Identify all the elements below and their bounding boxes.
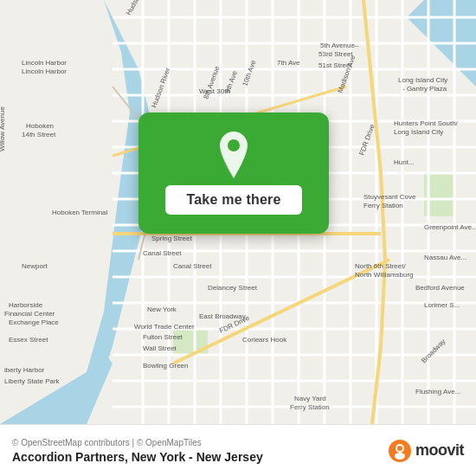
svg-text:iberty Harbor: iberty Harbor: [4, 366, 45, 374]
svg-text:Stuyvesant Cove: Stuyvesant Cove: [363, 193, 416, 201]
svg-text:Navy Yard: Navy Yard: [294, 395, 326, 402]
svg-text:Fulton Street: Fulton Street: [143, 333, 183, 341]
svg-text:North Williamsburg: North Williamsburg: [355, 271, 414, 279]
svg-text:Corlears Hook: Corlears Hook: [242, 336, 287, 344]
svg-text:Canal Street: Canal Street: [143, 249, 182, 257]
svg-text:- Gantry Plaza: - Gantry Plaza: [402, 85, 447, 93]
svg-text:Delancey Street: Delancey Street: [208, 284, 258, 292]
svg-point-99: [397, 446, 402, 451]
footer: © OpenStreetMap contributors | © OpenMap…: [0, 424, 476, 476]
svg-text:Willow Avenue: Willow Avenue: [0, 106, 6, 151]
moovit-logo: moovit: [388, 439, 464, 463]
location-pin-icon: [215, 132, 253, 178]
take-me-there-button[interactable]: Take me there: [165, 185, 301, 215]
svg-text:Wall Street: Wall Street: [143, 344, 177, 352]
svg-text:Essex Street: Essex Street: [9, 336, 48, 344]
footer-left: © OpenStreetMap contributors | © OpenMap…: [12, 438, 263, 464]
copyright-text: © OpenStreetMap contributors | © OpenMap…: [12, 438, 263, 447]
location-title: Accordion Partners, New York - New Jerse…: [12, 450, 263, 464]
moovit-brand-text: moovit: [415, 441, 464, 460]
svg-text:7th Ave: 7th Ave: [277, 59, 300, 67]
svg-text:World Trade Center: World Trade Center: [134, 323, 195, 331]
svg-text:Hoboken: Hoboken: [26, 122, 54, 130]
svg-text:Lincoln Harbor: Lincoln Harbor: [22, 68, 67, 75]
svg-text:Greenpoint Ave...: Greenpoint Ave...: [424, 223, 476, 231]
svg-text:North 6th Street/: North 6th Street/: [355, 262, 406, 270]
svg-point-97: [395, 453, 405, 460]
svg-text:5th Avenue–: 5th Avenue–: [320, 42, 359, 49]
svg-text:Lincoln Harbor: Lincoln Harbor: [22, 59, 67, 67]
svg-text:New York: New York: [147, 306, 177, 313]
svg-text:Hunt...: Hunt...: [394, 158, 415, 166]
svg-text:Hunters Point South/: Hunters Point South/: [394, 119, 459, 127]
svg-text:Flushing Ave...: Flushing Ave...: [415, 388, 460, 396]
svg-text:Lorimer S...: Lorimer S...: [424, 301, 460, 309]
svg-text:Canal Street: Canal Street: [173, 262, 212, 270]
map-container: Hudson River West 30th Street Heliport 7…: [0, 0, 476, 424]
svg-text:Liberty State Park: Liberty State Park: [4, 377, 61, 385]
svg-text:Long Island City: Long Island City: [394, 128, 443, 136]
svg-text:Nassau Ave...: Nassau Ave...: [424, 254, 466, 261]
location-card: Take me there: [138, 113, 329, 234]
moovit-brand-icon: [388, 439, 412, 463]
svg-text:Harborside: Harborside: [9, 301, 43, 309]
svg-text:Exchange Place: Exchange Place: [9, 318, 59, 326]
svg-text:Bowling Green: Bowling Green: [143, 362, 188, 370]
svg-text:Ferry Station: Ferry Station: [290, 403, 330, 411]
svg-point-95: [228, 139, 240, 151]
svg-text:Spring Street: Spring Street: [151, 235, 192, 242]
svg-text:Ferry Station: Ferry Station: [363, 202, 403, 209]
svg-text:14th Street: 14th Street: [22, 131, 56, 138]
svg-text:Bedford Avenue: Bedford Avenue: [415, 284, 465, 292]
svg-text:Financial Center: Financial Center: [4, 310, 55, 318]
svg-text:Hoboken Terminal: Hoboken Terminal: [52, 209, 108, 216]
svg-text:Newport: Newport: [22, 262, 48, 270]
svg-text:Long Island City: Long Island City: [398, 76, 447, 84]
